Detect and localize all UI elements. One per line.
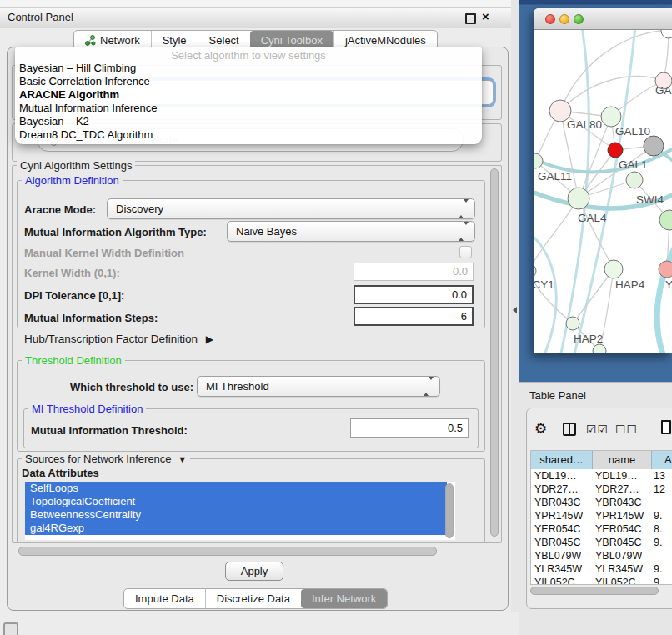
tab-discretize-data[interactable]: Discretize Data — [205, 589, 301, 608]
node-label: HAP2 — [574, 332, 603, 345]
select-all-checkbox-icon[interactable]: ☑☑ — [586, 422, 609, 436]
column-view-icon[interactable] — [563, 422, 576, 436]
network-graph[interactable]: GAL GAL80 GAL10 GAL1 GAL11 SWI4 GAL4 GCY… — [534, 30, 672, 353]
combo-arrows-icon — [424, 377, 434, 397]
algorithm-option[interactable]: Basic Correlation Inference — [19, 75, 150, 88]
cell: YDR27… — [534, 482, 579, 496]
zoom-window-icon[interactable] — [574, 14, 584, 24]
algorithm-option[interactable]: Mutual Information Inference — [19, 102, 157, 115]
gear-icon[interactable]: ⚙ — [534, 420, 547, 438]
cell: YPR145W — [595, 509, 644, 522]
table-row[interactable]: YIL052C YIL052C 9 — [531, 576, 672, 585]
table-panel-title: Table Panel — [529, 389, 586, 402]
collapse-left-arrow-icon[interactable] — [513, 307, 517, 313]
kernel-width-label: Kernel Width (0,1): — [24, 267, 120, 279]
algorithm-option-selected[interactable]: ARACNE Algorithm — [19, 88, 119, 102]
node-table: shared… name A YDL19… YDL19… 13 YDR27… Y… — [530, 450, 672, 585]
tab-impute-data[interactable]: Impute Data — [124, 589, 205, 608]
deselect-all-checkbox-icon[interactable]: ☐☐ — [615, 422, 638, 436]
network-node — [626, 172, 643, 188]
which-threshold-combobox[interactable]: MI Threshold — [197, 376, 440, 397]
table-row[interactable]: YDR27… YDR27… 12 — [531, 482, 672, 496]
aracne-mode-value: Discovery — [116, 202, 163, 215]
manual-kernel-width-label: Manual Kernel Width Definition — [24, 247, 184, 259]
list-vertical-scrollbar[interactable] — [445, 483, 454, 538]
cell: YPR145W — [534, 509, 583, 522]
data-attributes-list[interactable]: SelfLoops TopologicalCoefficient Between… — [25, 482, 455, 540]
dpi-tolerance-field[interactable]: 0.0 — [354, 285, 474, 304]
network-node — [661, 30, 672, 38]
list-item[interactable]: SelfLoops — [25, 482, 447, 495]
collapse-down-arrow-icon: ▼ — [178, 454, 187, 464]
mi-threshold-label: Mutual Information Threshold: — [31, 424, 188, 437]
table-row[interactable]: YLR345W YLR345W 9. — [531, 562, 672, 576]
node-label: Y — [665, 278, 672, 291]
network-node — [601, 107, 621, 127]
node-label: GAL10 — [615, 125, 650, 138]
network-node — [568, 188, 589, 209]
network-window[interactable]: GAL GAL80 GAL10 GAL1 GAL11 SWI4 GAL4 GCY… — [534, 8, 672, 353]
algorithm-option[interactable]: Dream8 DC_TDC Algorithm — [19, 128, 153, 142]
panel-grip-icon[interactable] — [3, 622, 18, 635]
apply-button[interactable]: Apply — [225, 562, 283, 581]
column-header-shared-name[interactable]: shared… — [531, 451, 593, 469]
combo-arrows-icon — [459, 222, 469, 242]
export-table-icon[interactable] — [661, 420, 671, 434]
which-threshold-label: Which threshold to use: — [70, 381, 193, 393]
algorithm-option[interactable]: Bayesian – K2 — [19, 115, 89, 128]
cell: YLR345W — [534, 562, 582, 576]
table-row[interactable]: YER054C YER054C 8. — [531, 522, 672, 536]
algorithm-definition-title: Algorithm Definition — [22, 174, 123, 187]
cell: 9. — [654, 509, 662, 522]
cell: YBR045C — [534, 536, 581, 549]
column-header-clipped[interactable]: A — [652, 451, 672, 469]
aracne-mode-label: Aracne Mode: — [24, 203, 96, 216]
tab-infer-network[interactable]: Infer Network — [301, 589, 387, 608]
node-label: GAL11 — [538, 170, 572, 182]
algorithm-popup-placeholder: Select algorithm to view settings — [15, 49, 482, 62]
network-window-titlebar[interactable] — [534, 8, 672, 30]
aracne-mode-combobox[interactable]: Discovery — [107, 198, 475, 219]
cell: YDR27… — [595, 482, 639, 496]
settings-horizontal-scrollbar[interactable] — [18, 547, 437, 556]
network-node — [593, 344, 606, 353]
table-row[interactable]: YBL079W YBL079W — [531, 549, 672, 562]
sources-group-title-row[interactable]: Sources for Network Inference ▼ — [22, 452, 190, 465]
settings-vertical-scrollbar[interactable] — [490, 168, 499, 537]
algorithm-option[interactable]: Bayesian – Hill Climbing — [19, 62, 136, 75]
cell: YBL079W — [534, 549, 581, 562]
tab-discretize-data-label: Discretize Data — [217, 590, 290, 608]
list-item[interactable]: TopologicalCoefficient — [25, 495, 447, 508]
network-node — [659, 261, 672, 278]
minimize-window-icon[interactable] — [559, 14, 569, 24]
cell: 8. — [654, 522, 662, 536]
cell: YBR043C — [534, 496, 581, 509]
mi-steps-field[interactable]: 6 — [354, 307, 474, 326]
list-item[interactable]: BetweennessCentrality — [25, 508, 447, 522]
hub-section-toggle[interactable]: Hub/Transcription Factor Definition ▶ — [24, 332, 213, 345]
table-row[interactable]: YBR043C YBR043C — [531, 496, 672, 509]
network-node — [644, 136, 664, 156]
node-label: GAL — [655, 84, 672, 97]
list-item[interactable]: gal4RGexp — [25, 522, 447, 535]
mi-threshold-field[interactable]: 0.5 — [350, 418, 469, 438]
mi-algorithm-type-value: Naive Bayes — [236, 225, 297, 238]
cell: YBL079W — [595, 549, 642, 562]
node-label: HAP4 — [615, 278, 645, 291]
cell: 9. — [654, 536, 662, 549]
kernel-width-field[interactable]: 0.0 — [354, 262, 474, 281]
node-label: GAL80 — [567, 118, 602, 131]
table-row[interactable]: YPR145W YPR145W 9. — [531, 509, 672, 522]
manual-kernel-width-checkbox[interactable] — [459, 246, 472, 258]
app-screen: Control Panel × Network Style Select Cyn… — [0, 0, 672, 635]
table-row[interactable]: YBR045C YBR045C 9. — [531, 536, 672, 549]
mi-algorithm-type-combobox[interactable]: Naive Bayes — [227, 221, 475, 242]
close-panel-icon[interactable]: × — [482, 9, 489, 23]
float-panel-icon[interactable] — [465, 13, 476, 24]
close-window-icon[interactable] — [545, 14, 555, 24]
column-header-name[interactable]: name — [593, 451, 652, 469]
network-node-selected — [608, 142, 623, 158]
table-horizontal-scrollbar[interactable] — [530, 587, 659, 595]
table-row[interactable]: YDL19… YDL19… 13 — [531, 469, 672, 482]
sources-group-title: Sources for Network Inference — [25, 452, 172, 465]
